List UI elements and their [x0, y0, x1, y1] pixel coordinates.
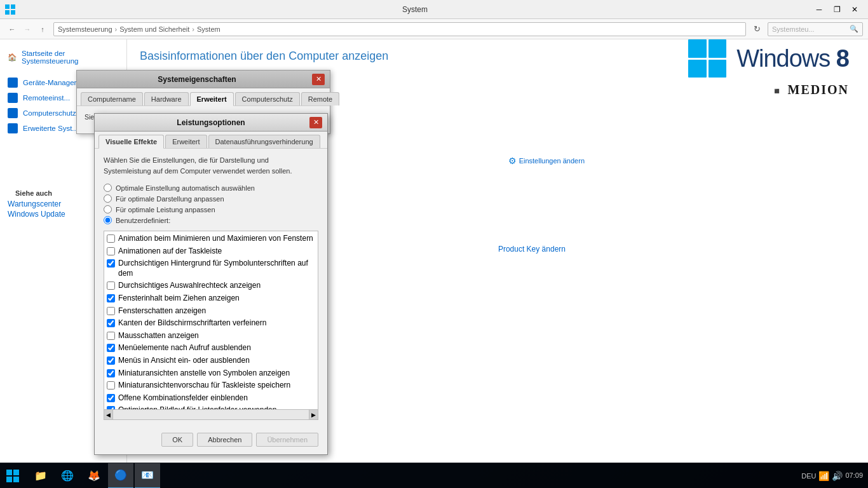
product-key-link[interactable]: Product Key ändern: [498, 245, 566, 254]
radio-optimale-einstellung[interactable]: Optimale Einstellung automatisch auswähl…: [104, 184, 318, 192]
remote-icon: [8, 93, 18, 103]
leist-tab-visuelle[interactable]: Visuelle Effekte: [98, 135, 164, 149]
close-button[interactable]: ✕: [846, 3, 863, 16]
leist-list-container: Animation beim Minimieren und Maximieren…: [104, 231, 318, 410]
leist-tab-erweitert[interactable]: Erweitert: [165, 135, 207, 148]
taskbar-time[interactable]: 07:09: [845, 471, 863, 480]
svg-rect-5: [13, 470, 19, 475]
sidebar-home-link[interactable]: 🏠 Startseite der Systemsteuerung: [0, 47, 126, 67]
tab-computername[interactable]: Computername: [81, 92, 143, 105]
window-icon: [5, 4, 15, 15]
syseig-title: Systemeigenschaften: [82, 75, 312, 84]
minimize-button[interactable]: ─: [811, 3, 827, 16]
syseig-title-bar: Systemeigenschaften ✕: [77, 71, 330, 88]
win8-logo: Windows 8: [688, 39, 849, 78]
title-bar: System ─ ❐ ✕: [0, 0, 868, 19]
radio-optimale-darstellung[interactable]: Für optimale Darstellung anpassen: [104, 194, 318, 203]
syseig-tabs: Computername Hardware Erweitert Computer…: [77, 88, 330, 106]
home-icon: 🏠: [8, 53, 17, 62]
window-title: System: [19, 5, 811, 14]
medion-logo: ◾ MEDION: [688, 83, 849, 97]
hscroll-right[interactable]: ▶: [309, 410, 318, 419]
taskbar-time-value: 07:09: [845, 471, 863, 480]
address-path[interactable]: Systemsteuerung › System und Sicherheit …: [53, 22, 746, 36]
leist-title: Leistungsoptionen: [112, 118, 309, 127]
leist-apply-button[interactable]: Übernehmen: [256, 433, 318, 447]
cb-optimierten-bildlauf[interactable]: Optimierten Bildlauf für Listenfelder ve…: [105, 404, 316, 410]
leist-footer: OK Abbrechen Übernehmen: [95, 426, 327, 454]
cb-miniatur-taskleiste[interactable]: Miniaturansichtenvorschau für Taskleiste…: [105, 379, 316, 392]
cb-fensterschatten[interactable]: Fensterschatten anzeigen: [105, 305, 316, 318]
settings-change-link[interactable]: ⚙ Einstellungen ändern: [508, 156, 585, 166]
svg-rect-2: [5, 10, 10, 15]
cb-durchsichtig-auswahl[interactable]: Durchsichtiges Auswahlrechteck anzeigen: [105, 280, 316, 292]
cb-menuelemente[interactable]: Menüelemente nach Aufruf ausblenden: [105, 342, 316, 355]
forward-button[interactable]: →: [20, 22, 34, 36]
start-button[interactable]: [0, 463, 25, 489]
hscroll-left[interactable]: ◀: [104, 410, 113, 419]
svg-rect-7: [13, 477, 19, 482]
cb-animation-min[interactable]: Animation beim Minimieren und Maximieren…: [105, 233, 316, 245]
syseig-close-button[interactable]: ✕: [312, 74, 325, 85]
taskbar-icon-ie[interactable]: 🔵: [108, 463, 133, 489]
tab-computerschutz[interactable]: Computerschutz: [235, 92, 300, 105]
refresh-button[interactable]: ↻: [750, 22, 764, 36]
cb-kanten-schrift[interactable]: Kanten der Bildschirmschriftarten verfei…: [105, 317, 316, 330]
taskbar-icon-firefox[interactable]: 🦊: [81, 463, 107, 489]
leist-cancel-button[interactable]: Abbrechen: [197, 433, 252, 447]
erweitert-icon: [8, 123, 18, 133]
taskbar-icon-mail[interactable]: 📧: [135, 463, 160, 489]
leist-tab-daten[interactable]: Datenausführungsverhinderung: [208, 135, 320, 148]
cb-miniaturansichten[interactable]: Miniaturansichten anstelle von Symbolen …: [105, 367, 316, 380]
taskbar-icon-browser[interactable]: 🌐: [55, 463, 80, 489]
leist-list-area: Animation beim Minimieren und Maximieren…: [104, 231, 318, 410]
leist-dialog: Leistungsoptionen ✕ Visuelle Effekte Erw…: [94, 113, 328, 455]
svg-rect-0: [5, 4, 10, 9]
windows-flag-icon: [688, 39, 726, 78]
taskbar-pinned-icons: 📁 🌐 🦊 🔵 📧: [25, 463, 163, 489]
leist-checkbox-list[interactable]: Animation beim Minimieren und Maximieren…: [104, 231, 318, 410]
up-button[interactable]: ↑: [36, 22, 50, 36]
search-input[interactable]: Systemsteu... 🔍: [768, 22, 863, 36]
tab-remote[interactable]: Remote: [301, 92, 340, 105]
cb-offene-kombi[interactable]: Offene Kombinationsfelder einblenden: [105, 392, 316, 405]
path-system-sicherheit: System und Sicherheit: [119, 25, 189, 33]
cb-animation-taskleiste[interactable]: Animationen auf der Taskleiste: [105, 245, 316, 258]
leist-title-bar: Leistungsoptionen ✕: [95, 114, 327, 132]
radio-optimale-leistung[interactable]: Für optimale Leistung anpassen: [104, 205, 318, 214]
win8-text: Windows 8: [736, 46, 849, 71]
leist-description: Wählen Sie die Einstellungen, die für Da…: [104, 155, 318, 176]
cb-mausschatten[interactable]: Mausschatten anzeigen: [105, 330, 316, 342]
window-controls: ─ ❐ ✕: [811, 3, 863, 16]
svg-rect-1: [11, 4, 15, 9]
leist-hscroll[interactable]: ◀ ▶: [104, 410, 318, 420]
back-button[interactable]: ←: [5, 22, 19, 36]
taskbar-volume-icon: 🔊: [832, 471, 843, 481]
leist-close-button[interactable]: ✕: [309, 117, 322, 128]
nav-buttons: ← → ↑: [5, 22, 50, 36]
cb-durchsichtig-hintergrund[interactable]: Durchsichtigen Hintergrund für Symbolunt…: [105, 257, 316, 280]
taskbar-lang: DEU: [801, 472, 816, 480]
leist-radio-group: Optimale Einstellung automatisch auswähl…: [104, 184, 318, 224]
restore-button[interactable]: ❐: [829, 3, 845, 16]
path-systemsteuerung: Systemsteuerung: [58, 25, 112, 33]
taskbar: 📁 🌐 🦊 🔵 📧 DEU 📶 🔊 07:09: [0, 463, 868, 488]
radio-benutzerdefiniert[interactable]: Benutzerdefiniert:: [104, 216, 318, 224]
svg-rect-4: [6, 470, 12, 475]
leist-tabs: Visuelle Effekte Erweitert Datenausführu…: [95, 132, 327, 149]
tab-erweitert[interactable]: Erweitert: [190, 92, 234, 106]
svg-rect-6: [6, 477, 12, 482]
taskbar-icon-explorer[interactable]: 📁: [28, 463, 53, 489]
tab-hardware[interactable]: Hardware: [144, 92, 189, 105]
search-icon: 🔍: [850, 25, 858, 33]
address-bar: ← → ↑ Systemsteuerung › System und Siche…: [0, 19, 868, 39]
svg-rect-3: [11, 10, 15, 15]
geraete-icon: [8, 78, 18, 88]
cb-menues-ansicht[interactable]: Menüs in Ansicht ein- oder ausblenden: [105, 355, 316, 367]
hscroll-track: [113, 410, 309, 419]
taskbar-right-area: DEU 📶 🔊 07:09: [801, 471, 868, 481]
taskbar-network-icon: 📶: [818, 471, 829, 481]
leist-ok-button[interactable]: OK: [161, 433, 193, 447]
path-system: System: [197, 25, 220, 33]
cb-fensterinhalt[interactable]: Fensterinhalt beim Ziehen anzeigen: [105, 292, 316, 305]
